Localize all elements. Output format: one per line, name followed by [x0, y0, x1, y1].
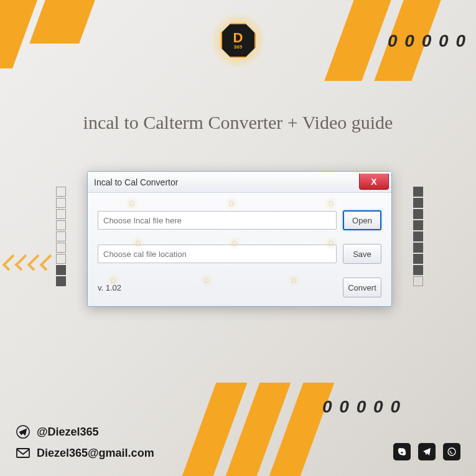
dialog-title: Incal to Cal Convertor	[94, 177, 178, 187]
telegram-handle: @Diezel365	[37, 426, 99, 439]
social-icons	[393, 443, 460, 460]
close-button[interactable]: X	[359, 174, 389, 190]
telegram-icon	[16, 424, 30, 439]
version-label: v. 1.02	[98, 283, 121, 292]
decor-boxes-left	[56, 187, 66, 286]
contact-block: @Diezel365 Diezel365@gmail.com	[16, 424, 154, 460]
incal-file-input[interactable]	[98, 211, 337, 230]
email-address: Diezel365@gmail.com	[37, 447, 154, 460]
whatsapp-icon[interactable]	[443, 443, 460, 460]
decor-chevrons	[6, 255, 56, 270]
brand-logo: D 365	[210, 12, 266, 68]
decor-stripe	[0, 0, 37, 68]
skype-icon[interactable]	[393, 443, 411, 460]
decor-dots-bottom: 0 0 0 0 0	[322, 397, 401, 417]
decor-boxes-right	[413, 187, 423, 286]
open-button[interactable]: Open	[343, 210, 381, 230]
svg-point-2	[448, 448, 455, 455]
email-icon	[16, 446, 30, 460]
logo-number: 365	[234, 45, 242, 50]
page-title: incal to Calterm Converter + Video guide	[0, 112, 476, 133]
convert-button[interactable]: Convert	[343, 278, 381, 297]
telegram-social-icon[interactable]	[418, 443, 436, 460]
dialog-titlebar[interactable]: Incal to Cal Convertor X	[88, 172, 391, 193]
converter-dialog: Incal to Cal Convertor X D D D D D D D D…	[87, 171, 392, 307]
decor-stripe	[29, 0, 95, 44]
logo-letter: D	[233, 31, 243, 45]
close-icon: X	[371, 177, 376, 187]
cal-location-input[interactable]	[98, 245, 337, 263]
save-button[interactable]: Save	[343, 244, 381, 264]
decor-dots-top: 0 0 0 0 0	[388, 31, 467, 51]
svg-rect-1	[17, 449, 29, 457]
